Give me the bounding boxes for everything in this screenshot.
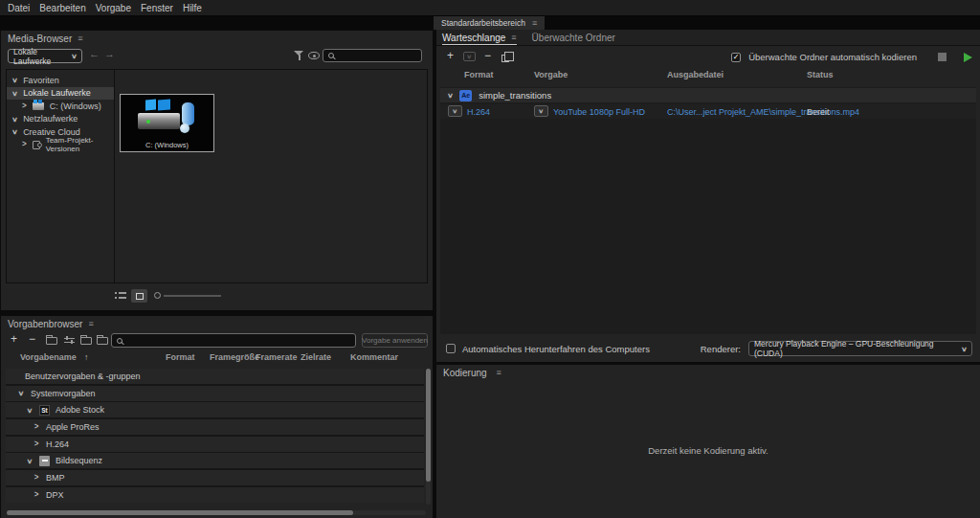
list-item-dpx[interactable]: > DPX xyxy=(6,487,424,503)
format-dropdown-button[interactable]: ∨ xyxy=(448,105,462,117)
tree-item-favoriten[interactable]: ∨ Favoriten xyxy=(7,74,114,87)
location-select[interactable]: Lokale Laufwerke ∨ xyxy=(8,49,82,63)
renderer-select[interactable]: Mercury Playback Engine – GPU-Beschleuni… xyxy=(748,341,972,356)
column-kommentar[interactable]: Kommentar xyxy=(350,352,398,362)
remove-preset-button[interactable]: − xyxy=(29,333,35,345)
queue-column-headers: Format Vorgabe Ausgabedatei Status xyxy=(436,70,980,83)
workspace-tab[interactable]: Standardarbeitsbereich ≡ xyxy=(434,16,545,30)
search-icon xyxy=(117,338,122,344)
tab-label: Warteschlange xyxy=(442,33,505,43)
preset-row-label: Apple ProRes xyxy=(46,422,100,432)
preset-search-input[interactable] xyxy=(126,336,350,346)
chevron-right-icon: > xyxy=(33,490,40,500)
preset-search-box xyxy=(111,333,356,348)
stop-queue-button[interactable] xyxy=(938,53,947,61)
forward-arrow-icon[interactable]: → xyxy=(104,48,115,59)
chevron-down-icon: ∨ xyxy=(453,108,458,114)
queue-panel: Warteschlange ≡ Überwachte Ordner + ∨ − … xyxy=(436,30,980,362)
thumbnail-size-slider-knob[interactable] xyxy=(154,292,161,299)
tree-item-netzlaufwerke[interactable]: ∨ Netzlaufwerke xyxy=(7,113,114,126)
chevron-down-icon: ∨ xyxy=(16,390,27,396)
column-vorgabename[interactable]: Vorgabename xyxy=(20,352,77,362)
chevron-down-icon: ∨ xyxy=(11,128,18,135)
list-item-bildsequenz[interactable]: ∨ Bildsequenz xyxy=(6,453,424,468)
list-item-h264[interactable]: > H.264 xyxy=(6,437,424,452)
chevron-down-icon: ∨ xyxy=(11,90,18,97)
import-preset-icon[interactable] xyxy=(80,337,92,345)
tab-label: Überwachte Ordner xyxy=(532,33,615,43)
media-browser-menu-icon[interactable]: ≡ xyxy=(78,34,82,43)
vertical-scrollbar-thumb[interactable] xyxy=(426,369,431,482)
column-framegroesse[interactable]: Framegröße xyxy=(210,352,259,362)
preview-eye-icon[interactable] xyxy=(308,52,320,59)
preset-row-label: Adobe Stock xyxy=(56,405,104,415)
tree-item-team-projekt-versionen[interactable]: > Team-Projekt-Versionen xyxy=(7,139,114,152)
tree-item-label: Favoriten xyxy=(23,76,59,85)
queue-tabstrip: Warteschlange ≡ Überwachte Ordner xyxy=(436,30,980,46)
tab-warteschlange[interactable]: Warteschlange ≡ xyxy=(442,31,517,45)
add-source-button[interactable]: + xyxy=(447,50,454,61)
tree-item-c-windows[interactable]: > C: (Windows) xyxy=(7,100,114,113)
list-item-adobe-stock[interactable]: ∨ St Adobe Stock xyxy=(6,402,424,417)
thumbnail-size-slider[interactable] xyxy=(164,295,221,297)
team-project-icon xyxy=(33,141,40,149)
duplicate-job-icon[interactable] xyxy=(501,55,509,62)
horizontal-scrollbar-thumb[interactable] xyxy=(7,510,353,515)
tab-ueberwachte-ordner[interactable]: Überwachte Ordner xyxy=(532,31,615,44)
menu-item-datei[interactable]: Datei xyxy=(3,0,34,15)
list-item-benutzervorgaben[interactable]: Benutzervorgaben & -gruppen xyxy=(6,369,424,384)
queue-menu-icon[interactable]: ≡ xyxy=(511,34,516,42)
list-item-apple-prores[interactable]: > Apple ProRes xyxy=(6,419,424,435)
job-output-link[interactable]: C:\User...ject Projekt_AME\simple_transi… xyxy=(667,104,859,119)
encoding-title: Kodierung xyxy=(443,368,487,378)
chevron-right-icon: > xyxy=(33,473,40,483)
start-queue-button[interactable] xyxy=(964,53,972,62)
export-preset-icon[interactable] xyxy=(97,337,108,345)
horizontal-scrollbar[interactable] xyxy=(7,510,426,515)
windows-drive-icon xyxy=(138,100,199,138)
remove-job-button[interactable]: − xyxy=(484,50,491,61)
preset-browser-menu-icon[interactable]: ≡ xyxy=(88,320,93,328)
add-preset-button[interactable]: + xyxy=(11,333,17,345)
drive-thumbnail[interactable]: C: (Windows) xyxy=(120,94,214,152)
output-job-row[interactable]: ∨ H.264 ∨ YouTube 1080p Full-HD C:\User.… xyxy=(440,104,976,119)
preset-column-headers: Vorgabename ↑ Format Framegröße Framerat… xyxy=(1,352,433,366)
job-status: Bereit xyxy=(807,104,830,119)
job-preset-link[interactable]: YouTube 1080p Full-HD xyxy=(553,104,645,119)
shutdown-checkbox[interactable] xyxy=(446,344,456,353)
preset-browser-panel: Vorgabenbrowser ≡ + − Vorgabe anwenden V… xyxy=(1,316,433,518)
menu-item-bearbeiten[interactable]: Bearbeiten xyxy=(34,0,90,15)
list-item-systemvorgaben[interactable]: ∨ Systemvorgaben xyxy=(6,386,424,401)
tree-item-label: C: (Windows) xyxy=(50,101,101,111)
preset-dropdown-button[interactable]: ∨ xyxy=(534,105,548,117)
menu-item-fenster[interactable]: Fenster xyxy=(136,0,178,15)
thumbnail-view-icon[interactable] xyxy=(131,289,147,303)
list-view-icon[interactable] xyxy=(115,291,126,301)
create-group-folder-icon[interactable] xyxy=(46,337,57,345)
preset-settings-icon[interactable] xyxy=(64,336,75,345)
column-zielrate[interactable]: Zielrate xyxy=(301,352,331,362)
shutdown-label: Automatisches Herunterfahren des Compute… xyxy=(462,344,650,354)
queue-job-list: ∨ Ae simple_transitions ∨ H.264 ∨ YouTub… xyxy=(440,87,976,334)
vertical-scrollbar[interactable] xyxy=(426,369,431,505)
source-group-row[interactable]: ∨ Ae simple_transitions xyxy=(440,88,976,102)
workspace-menu-icon[interactable]: ≡ xyxy=(532,19,537,28)
apply-preset-button[interactable]: Vorgabe anwenden xyxy=(362,333,428,348)
list-item-bmp[interactable]: > BMP xyxy=(6,470,424,485)
filter-icon[interactable] xyxy=(294,51,304,60)
media-search-input[interactable] xyxy=(338,51,416,60)
job-format-link[interactable]: H.264 xyxy=(467,104,490,119)
preset-row-label: Benutzervorgaben & -gruppen xyxy=(25,372,141,381)
column-format[interactable]: Format xyxy=(166,352,195,362)
menu-item-vorgabe[interactable]: Vorgabe xyxy=(91,0,136,15)
tree-item-lokale-laufwerke[interactable]: ∨ Lokale Laufwerke xyxy=(7,87,114,101)
column-framerate[interactable]: Framerate xyxy=(256,352,298,362)
menu-item-hilfe[interactable]: Hilfe xyxy=(178,0,207,15)
preset-row-label: DPX xyxy=(46,490,64,500)
encoding-menu-icon[interactable]: ≡ xyxy=(497,369,501,377)
add-output-button[interactable]: ∨ xyxy=(463,52,476,61)
sort-up-icon[interactable]: ↑ xyxy=(84,352,89,362)
auto-encode-checkbox[interactable]: ✓ xyxy=(731,53,741,62)
back-arrow-icon[interactable]: ← xyxy=(89,48,100,59)
menubar: Datei Bearbeiten Vorgabe Fenster Hilfe xyxy=(0,0,980,16)
